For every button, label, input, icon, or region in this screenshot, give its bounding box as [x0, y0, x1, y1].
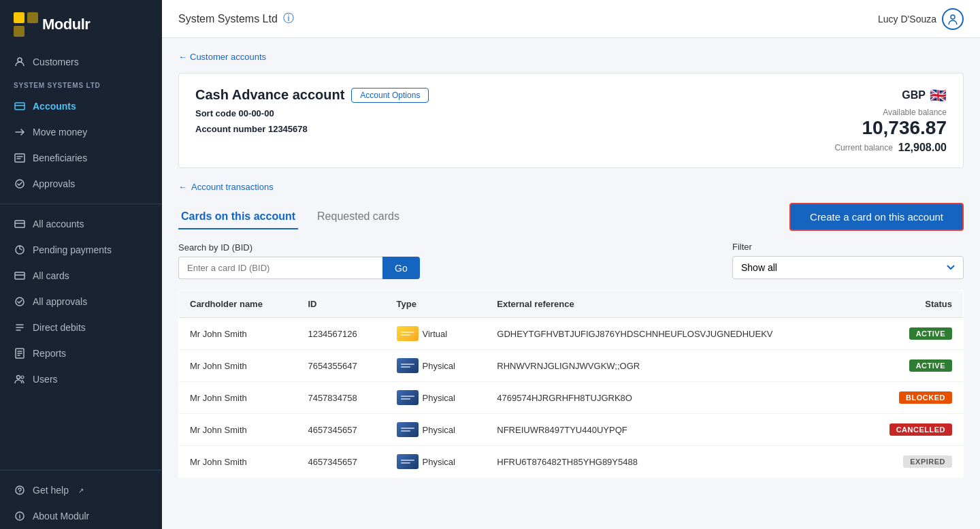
topbar-user[interactable]: Lucy D'Souza	[878, 8, 964, 30]
sidebar: Modulr Customers SYSTEM SYSTEMS LTD Acco…	[0, 0, 162, 529]
svg-point-3	[18, 58, 22, 62]
cell-type: Physical	[386, 446, 487, 478]
svg-rect-1	[27, 12, 38, 23]
pending-payments-label: Pending payments	[33, 244, 112, 255]
table-body: Mr John Smith 1234567126 Virtual GDHEYTG…	[179, 318, 964, 478]
filter-section: Filter Show all Active Blocked Cancelled…	[732, 242, 964, 279]
card-type-badge: Physical	[397, 358, 476, 373]
col-type: Type	[386, 291, 487, 318]
available-balance-section: Available balance 10,736.87	[834, 106, 947, 139]
sidebar-item-approvals[interactable]: Approvals	[0, 171, 162, 197]
table-row[interactable]: Mr John Smith 7457834758 Physical 476957…	[179, 382, 964, 414]
reports-label: Reports	[33, 348, 66, 359]
all-approvals-icon	[14, 295, 26, 308]
cell-cardholder-name: Mr John Smith	[179, 414, 297, 446]
available-balance-amount: 10,736.87	[834, 117, 947, 139]
cell-external-ref: 4769574HJRGRHFH8TUJGRK8O	[486, 382, 857, 414]
sidebar-item-reports[interactable]: Reports	[0, 340, 162, 366]
sidebar-item-customers[interactable]: Customers	[0, 49, 162, 75]
sidebar-item-users[interactable]: Users	[0, 366, 162, 392]
sidebar-logo: Modulr	[0, 0, 162, 49]
all-accounts-label: All accounts	[33, 219, 84, 229]
sidebar-item-move-money[interactable]: Move money	[0, 119, 162, 145]
search-label: Search by ID (BID)	[178, 242, 420, 253]
sidebar-item-get-help[interactable]: Get help ↗	[0, 477, 162, 503]
search-go-button[interactable]: Go	[382, 257, 420, 279]
current-balance-amount: 12,908.00	[898, 142, 947, 154]
sidebar-logo-text: Modulr	[42, 16, 90, 33]
svg-point-17	[19, 513, 20, 514]
sort-code-row: Sort code 00-00-00	[195, 108, 429, 118]
account-number-row: Account number 12345678	[195, 124, 429, 134]
main-area: System Systems Ltd ⓘ Lucy D'Souza ← Cust…	[162, 0, 980, 529]
approvals-icon	[14, 178, 26, 190]
accounts-label: Accounts	[33, 101, 76, 112]
sidebar-item-all-approvals[interactable]: All approvals	[0, 289, 162, 315]
cell-external-ref: HFRU6T876482TH85YHG89Y5488	[486, 446, 857, 478]
account-card: Cash Advance account Account Options Sor…	[178, 73, 964, 168]
sidebar-item-beneficiaries[interactable]: Beneficiaries	[0, 145, 162, 171]
table-row[interactable]: Mr John Smith 4657345657 Physical NFREIU…	[179, 414, 964, 446]
current-balance-section: Current balance 12,908.00	[834, 142, 947, 154]
search-input[interactable]	[178, 257, 382, 279]
card-type-label: Physical	[423, 361, 455, 371]
cell-type: Physical	[386, 350, 487, 382]
search-section: Search by ID (BID) Go	[178, 242, 420, 279]
table-row[interactable]: Mr John Smith 7654355647 Physical RHNWVR…	[179, 350, 964, 382]
all-accounts-icon	[14, 218, 26, 230]
svg-rect-0	[14, 12, 24, 23]
topbar: System Systems Ltd ⓘ Lucy D'Souza	[162, 0, 980, 38]
get-help-label: Get help	[33, 485, 69, 496]
virtual-card-icon	[397, 326, 419, 341]
customers-icon	[14, 56, 26, 68]
col-cardholder-name: Cardholder name	[179, 291, 297, 318]
sort-code-label: Sort code	[195, 108, 236, 118]
back-to-customer-accounts[interactable]: ← Customer accounts	[178, 52, 964, 62]
cards-table: Cardholder name ID Type External referen…	[178, 290, 964, 478]
create-card-button[interactable]: Create a card on this account	[789, 203, 964, 231]
sidebar-item-accounts[interactable]: Accounts	[0, 93, 162, 119]
available-balance-label: Available balance	[883, 108, 947, 117]
sidebar-item-direct-debits[interactable]: Direct debits	[0, 315, 162, 340]
sidebar-item-all-cards[interactable]: All cards	[0, 263, 162, 289]
cell-cardholder-name: Mr John Smith	[179, 382, 297, 414]
table-row[interactable]: Mr John Smith 1234567126 Virtual GDHEYTG…	[179, 318, 964, 350]
account-trans-label: Account transactions	[191, 182, 274, 192]
help-icon	[14, 484, 26, 496]
content-area: ← Customer accounts Cash Advance account…	[162, 38, 980, 529]
sidebar-item-pending-payments[interactable]: Pending payments	[0, 237, 162, 263]
table-row[interactable]: Mr John Smith 4657345657 Physical HFRU6T…	[179, 446, 964, 478]
physical-card-icon	[397, 454, 419, 469]
reports-icon	[14, 347, 26, 359]
account-options-button[interactable]: Account Options	[351, 88, 429, 103]
currency-row: GBP 🇬🇧	[834, 87, 947, 103]
svg-rect-5	[15, 154, 24, 162]
cell-id: 7457834758	[297, 382, 385, 414]
sidebar-item-about[interactable]: About Modulr	[0, 503, 162, 529]
svg-point-12	[17, 376, 20, 379]
info-icon[interactable]: ⓘ	[283, 12, 294, 26]
account-transactions-link[interactable]: ← Account transactions	[178, 182, 964, 192]
users-label: Users	[33, 374, 58, 385]
tab-requested-cards[interactable]: Requested cards	[314, 205, 402, 229]
cards-tabs: Cards on this account Requested cards	[178, 205, 419, 229]
cell-id: 7654355647	[297, 350, 385, 382]
search-input-row: Go	[178, 257, 420, 279]
card-type-badge: Virtual	[397, 326, 476, 341]
svg-rect-4	[15, 103, 24, 110]
filter-label: Filter	[732, 242, 964, 252]
account-title: Cash Advance account Account Options	[195, 87, 429, 103]
svg-point-13	[21, 376, 24, 379]
svg-rect-2	[14, 26, 24, 37]
tab-cards-on-account[interactable]: Cards on this account	[178, 205, 298, 229]
move-money-icon	[14, 126, 26, 138]
card-type-label: Physical	[423, 425, 455, 435]
account-info-right: GBP 🇬🇧 Available balance 10,736.87 Curre…	[834, 87, 947, 154]
cell-status: ACTIVE	[858, 350, 964, 382]
filter-select[interactable]: Show all Active Blocked Cancelled Expire…	[732, 256, 964, 279]
status-badge: EXPIRED	[903, 455, 952, 468]
sidebar-item-all-accounts[interactable]: All accounts	[0, 211, 162, 237]
cell-external-ref: NFREIUWR8497TYU440UYPQF	[486, 414, 857, 446]
svg-point-15	[20, 493, 20, 494]
account-info-left: Cash Advance account Account Options Sor…	[195, 87, 429, 134]
